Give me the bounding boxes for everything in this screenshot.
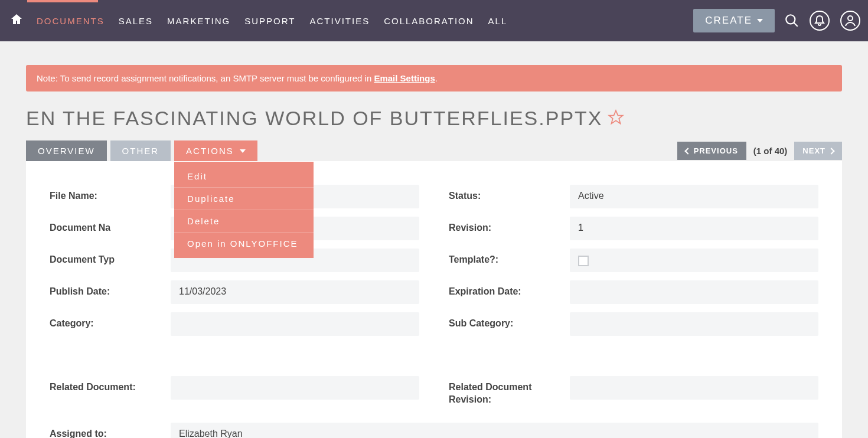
value-related-document	[171, 376, 419, 400]
actions-dropdown: Edit Duplicate Delete Open in ONLYOFFICE	[174, 162, 314, 258]
nav-collaboration[interactable]: COLLABORATION	[377, 16, 481, 26]
form-col-right: Status: Active Revision: 1 Template?: Ex…	[449, 185, 818, 414]
value-template	[570, 249, 818, 272]
favorite-star-icon[interactable]	[608, 109, 624, 128]
active-tab-indicator	[27, 0, 98, 2]
value-expiration-date	[570, 280, 818, 304]
nav-documents[interactable]: DOCUMENTS	[30, 16, 112, 26]
caret-down-icon	[240, 149, 246, 153]
nav-support[interactable]: SUPPORT	[237, 16, 302, 26]
previous-button[interactable]: PREVIOUS	[677, 142, 746, 160]
page-title: EN THE FASCINATING WORLD OF BUTTERFLIES.…	[26, 107, 603, 130]
nav-activities[interactable]: ACTIVITIES	[302, 16, 377, 26]
row-sub-category: Sub Category:	[449, 312, 818, 336]
spacer-row	[50, 344, 419, 368]
top-navigation: DOCUMENTS SALES MARKETING SUPPORT ACTIVI…	[0, 0, 868, 41]
search-icon[interactable]	[784, 13, 800, 28]
label-assigned-to: Assigned to:	[50, 423, 171, 438]
create-label: CREATE	[705, 15, 752, 27]
pagination-count: (1 of 40)	[753, 146, 788, 156]
previous-label: PREVIOUS	[694, 146, 738, 155]
label-document-type: Document Typ	[50, 249, 171, 266]
smtp-alert: Note: To send record assignment notifica…	[26, 65, 842, 91]
pagination: PREVIOUS (1 of 40) NEXT	[677, 142, 842, 160]
row-related-document-revision: Related Document Revision:	[449, 376, 818, 406]
notifications-icon[interactable]	[809, 10, 830, 31]
next-button[interactable]: NEXT	[794, 142, 842, 160]
next-label: NEXT	[802, 146, 825, 155]
template-checkbox[interactable]	[578, 256, 589, 266]
nav-links: DOCUMENTS SALES MARKETING SUPPORT ACTIVI…	[30, 16, 514, 26]
create-button[interactable]: CREATE	[693, 9, 775, 32]
label-template: Template?:	[449, 249, 570, 266]
row-template: Template?:	[449, 249, 818, 272]
label-publish-date: Publish Date:	[50, 280, 171, 298]
nav-marketing[interactable]: MARKETING	[160, 16, 237, 26]
home-icon[interactable]	[9, 12, 24, 29]
label-category: Category:	[50, 312, 171, 330]
svg-marker-5	[609, 110, 622, 123]
page-title-row: EN THE FASCINATING WORLD OF BUTTERFLIES.…	[26, 107, 842, 130]
label-sub-category: Sub Category:	[449, 312, 570, 330]
value-related-document-revision	[570, 376, 818, 400]
svg-line-1	[794, 22, 798, 27]
row-publish-date: Publish Date: 11/03/2023	[50, 280, 419, 304]
nav-sales[interactable]: SALES	[112, 16, 160, 26]
actions-label: ACTIONS	[186, 146, 234, 156]
alert-prefix: Note: To send record assignment notifica…	[37, 73, 374, 83]
value-publish-date: 11/03/2023	[171, 280, 419, 304]
spacer-row	[449, 344, 818, 368]
row-expiration-date: Expiration Date:	[449, 280, 818, 304]
svg-point-0	[786, 15, 795, 24]
row-status: Status: Active	[449, 185, 818, 208]
row-category: Category:	[50, 312, 419, 336]
tab-actions[interactable]: ACTIONS Edit Duplicate Delete Open in ON…	[174, 140, 257, 161]
profile-icon[interactable]	[840, 10, 861, 31]
main-container: Note: To send record assignment notifica…	[0, 41, 868, 438]
topnav-right: CREATE	[693, 9, 861, 32]
tabs-row: OVERVIEW OTHER ACTIONS Edit Duplicate De…	[26, 140, 842, 161]
nav-all[interactable]: ALL	[481, 16, 515, 26]
row-related-document: Related Document:	[50, 376, 419, 400]
chevron-right-icon	[828, 148, 834, 154]
label-file-name: File Name:	[50, 185, 171, 202]
row-assigned-to: Assigned to: Elizabeth Ryan	[50, 423, 818, 438]
value-revision: 1	[570, 217, 818, 240]
tab-overview[interactable]: OVERVIEW	[26, 140, 107, 161]
chevron-left-icon	[684, 148, 691, 154]
action-delete[interactable]: Delete	[174, 210, 314, 233]
email-settings-link[interactable]: Email Settings	[374, 73, 435, 83]
svg-point-2	[810, 11, 829, 30]
action-edit[interactable]: Edit	[174, 165, 314, 188]
svg-point-4	[848, 16, 853, 21]
value-status: Active	[570, 185, 818, 208]
action-duplicate[interactable]: Duplicate	[174, 188, 314, 210]
alert-suffix: .	[435, 73, 438, 83]
action-open-onlyoffice[interactable]: Open in ONLYOFFICE	[174, 233, 314, 254]
label-expiration-date: Expiration Date:	[449, 280, 570, 298]
label-status: Status:	[449, 185, 570, 202]
form-grid: File Name: ing World of Butterflies (1).…	[50, 185, 818, 414]
value-category	[171, 312, 419, 336]
caret-down-icon	[757, 19, 763, 22]
label-related-document: Related Document:	[50, 376, 171, 394]
row-revision: Revision: 1	[449, 217, 818, 240]
value-sub-category	[570, 312, 818, 336]
tab-other[interactable]: OTHER	[110, 140, 171, 161]
label-revision: Revision:	[449, 217, 570, 234]
value-assigned-to: Elizabeth Ryan	[171, 423, 818, 438]
label-related-document-revision: Related Document Revision:	[449, 376, 570, 406]
label-document-name: Document Na	[50, 217, 171, 234]
detail-panel: File Name: ing World of Butterflies (1).…	[26, 161, 842, 438]
